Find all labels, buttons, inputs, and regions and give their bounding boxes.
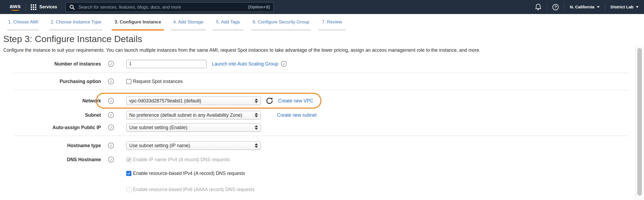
services-menu[interactable]: Services — [31, 4, 57, 10]
aws-smile-icon — [11, 8, 20, 11]
region-selector[interactable]: N. California — [570, 5, 599, 9]
services-grid-icon — [31, 4, 36, 10]
enable-resource-based-ipv4-label: Enable resource-based IPv4 (A record) DN… — [133, 171, 245, 176]
chevron-down-icon — [636, 6, 639, 8]
tab-choose-ami[interactable]: 1. Choose AMI — [7, 19, 39, 30]
subnet-selected-value: No preference (default subnet in any Ava… — [129, 112, 242, 118]
number-of-instances-label: Number of instances — [0, 61, 101, 67]
auto-assign-public-ip-label: Auto-assign Public IP — [0, 125, 101, 130]
topbar-separator — [605, 3, 605, 11]
row-number-of-instances: Number of instances i Launch into Auto S… — [0, 59, 644, 69]
hostname-type-selected-value: Use subnet setting (IP name) — [129, 143, 190, 149]
create-new-subnet-link[interactable]: Create new subnet — [277, 112, 317, 118]
tab-choose-instance-type[interactable]: 2. Choose Instance Type — [49, 19, 103, 30]
row-dns-hostname: DNS Hostname i Enable IP name IPv4 (A re… — [0, 155, 644, 164]
info-icon[interactable]: i — [108, 61, 114, 67]
info-icon[interactable]: i — [108, 157, 114, 163]
enable-resource-based-ipv6-checkbox — [126, 187, 131, 192]
auto-assign-public-ip-select[interactable]: Use subnet setting (Enable) — [126, 123, 261, 132]
vertical-scrollbar-thumb[interactable] — [637, 48, 642, 196]
network-label: Network — [0, 98, 101, 104]
search-icon — [69, 5, 75, 10]
row-hostname-type: Hostname type i Use subnet setting (IP n… — [0, 141, 644, 150]
search-input[interactable] — [78, 4, 248, 10]
global-search[interactable]: [Option+S] — [65, 2, 274, 12]
top-navigation-bar: aws Services [Option+S] ? N. California … — [0, 0, 644, 14]
select-stepper-icon — [255, 143, 258, 148]
select-stepper-icon — [255, 99, 258, 103]
search-shortcut-hint: [Option+S] — [248, 5, 270, 9]
row-network: Network i vpc-0d033d287579eabd1 (default… — [0, 96, 644, 106]
account-label: District Lab — [611, 5, 634, 9]
create-new-vpc-link[interactable]: Create new VPC — [278, 98, 313, 104]
enable-ip-name-ipv4-checkbox — [126, 157, 131, 162]
section-divider — [13, 136, 629, 136]
enable-resource-based-ipv6-label: Enable resource-based IPv6 (AAAA record)… — [133, 187, 254, 192]
select-stepper-icon — [255, 125, 258, 130]
services-label: Services — [39, 5, 57, 9]
select-stepper-icon — [255, 113, 258, 118]
info-icon[interactable]: i — [108, 143, 114, 149]
hostname-type-select[interactable]: Use subnet setting (IP name) — [126, 141, 261, 150]
row-dns-hostname-option3: Enable resource-based IPv6 (AAAA record)… — [0, 185, 644, 194]
topbar-separator — [547, 3, 547, 11]
notifications-bell-icon[interactable] — [535, 4, 541, 11]
info-icon[interactable]: i — [108, 78, 114, 84]
topbar-divider — [26, 4, 26, 11]
help-icon[interactable]: ? — [552, 4, 559, 10]
subnet-select[interactable]: No preference (default subnet in any Ava… — [126, 111, 261, 119]
row-dns-hostname-option2: Enable resource-based IPv4 (A record) DN… — [0, 168, 644, 178]
subnet-label: Subnet — [0, 112, 101, 118]
vertical-scrollbar-track[interactable] — [635, 45, 644, 200]
section-divider — [13, 90, 629, 90]
tab-add-storage[interactable]: 4. Add Storage — [171, 19, 206, 30]
network-select[interactable]: vpc-0d033d287579eabd1 (default) — [126, 96, 261, 105]
info-icon[interactable]: i — [108, 112, 114, 118]
topbar-separator — [564, 3, 564, 11]
aws-logo[interactable]: aws — [10, 4, 21, 11]
row-auto-assign-public-ip: Auto-assign Public IP i Use subnet setti… — [0, 123, 644, 132]
number-of-instances-input[interactable] — [126, 60, 206, 68]
page-title: Step 3: Configure Instance Details — [3, 34, 142, 44]
launch-into-auto-scaling-group-link[interactable]: Launch into Auto Scaling Group — [212, 61, 278, 67]
auto-assign-public-ip-selected-value: Use subnet setting (Enable) — [129, 125, 187, 130]
account-menu[interactable]: District Lab — [611, 5, 639, 9]
tab-add-tags[interactable]: 5. Add Tags — [213, 19, 243, 30]
region-label: N. California — [570, 5, 594, 9]
dns-hostname-label: DNS Hostname — [0, 157, 101, 163]
enable-ip-name-ipv4-label: Enable IP name IPv4 (A record) DNS reque… — [133, 157, 230, 163]
chevron-down-icon — [597, 6, 600, 8]
row-subnet: Subnet i No preference (default subnet i… — [0, 110, 644, 120]
network-selected-value: vpc-0d033d287579eabd1 (default) — [129, 98, 201, 104]
purchasing-option-label: Purchasing option — [0, 79, 101, 84]
row-purchasing-option: Purchasing option i Request Spot instanc… — [0, 77, 644, 86]
request-spot-instances-label: Request Spot instances — [133, 79, 183, 84]
tab-configure-security-group[interactable]: 6. Configure Security Group — [251, 19, 311, 30]
section-divider — [13, 73, 629, 73]
page-description: Configure the instance to suit your requ… — [3, 47, 631, 53]
enable-resource-based-ipv4-checkbox[interactable] — [126, 171, 131, 176]
request-spot-instances-checkbox[interactable] — [126, 79, 131, 84]
refresh-icon[interactable] — [266, 97, 273, 105]
info-icon[interactable]: i — [281, 61, 287, 67]
info-icon[interactable]: i — [108, 98, 114, 104]
tab-review[interactable]: 7. Review — [318, 19, 345, 30]
tab-configure-instance[interactable]: 3. Configure Instance — [112, 19, 164, 30]
info-icon[interactable]: i — [108, 125, 114, 130]
hostname-type-label: Hostname type — [0, 143, 101, 149]
